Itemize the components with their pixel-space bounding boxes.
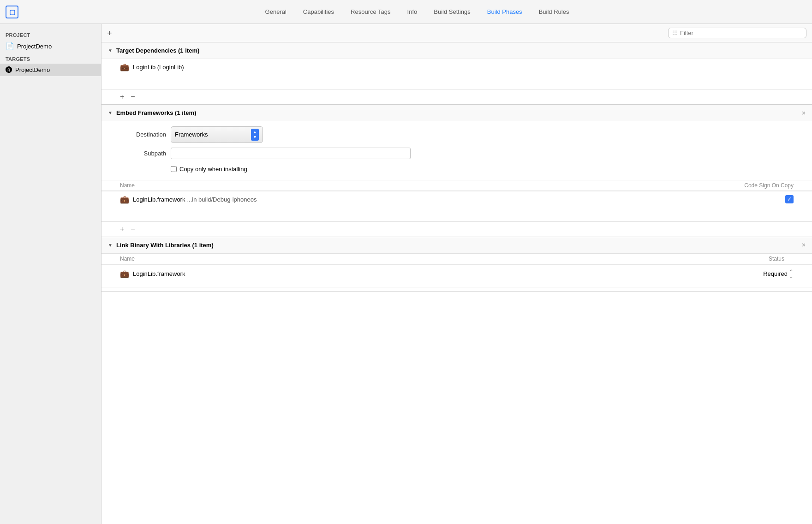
link-collapse-triangle-icon: ▼ bbox=[108, 243, 113, 248]
embed-add-button[interactable]: + bbox=[120, 226, 124, 233]
project-file-icon: 📄 bbox=[6, 42, 14, 50]
target-dependencies-section: ▼ Target Dependencies (1 item) 💼 LoginLi… bbox=[102, 42, 812, 105]
framework-path: ...in build/Debug-iphoneos bbox=[187, 196, 257, 203]
copy-only-checkbox[interactable] bbox=[171, 166, 177, 172]
nav-tabs: General Capabilities Resource Tags Info … bbox=[28, 6, 806, 18]
filter-input-wrap: ☷ bbox=[668, 28, 806, 38]
embed-frameworks-content: Destination Frameworks ▲▼ Subpath Copy o… bbox=[102, 121, 812, 237]
embed-remove-button[interactable]: − bbox=[131, 226, 135, 233]
content-top-bar: + ☷ bbox=[102, 24, 812, 42]
destination-value: Frameworks bbox=[175, 131, 248, 138]
sidebar-item-target[interactable]: 🅐 ProjectDemo bbox=[0, 64, 101, 76]
tab-build-phases[interactable]: Build Phases bbox=[479, 6, 531, 18]
link-binary-content: Name Status 💼 LoginLib.framework Require… bbox=[102, 253, 812, 287]
copy-only-row: Copy only when installing bbox=[120, 164, 794, 174]
copy-only-label: Copy only when installing bbox=[179, 166, 247, 173]
destination-label: Destination bbox=[120, 131, 166, 138]
link-binary-title: Link Binary With Libraries (1 item) bbox=[116, 242, 214, 249]
framework-code-sign-checkbox-area: ✓ bbox=[785, 195, 794, 203]
embed-col-code-sign-header: Code Sign On Copy bbox=[720, 182, 794, 189]
subpath-input[interactable] bbox=[171, 148, 411, 159]
embed-add-remove-row: + − bbox=[102, 221, 812, 237]
embed-framework-row: 💼 LoginLib.framework ...in build/Debug-i… bbox=[102, 191, 812, 208]
framework-name: LoginLib.framework bbox=[133, 196, 185, 203]
top-nav-bar: ▢ General Capabilities Resource Tags Inf… bbox=[0, 0, 812, 24]
framework-briefcase-icon: 💼 bbox=[120, 195, 129, 204]
dep-add-button[interactable]: + bbox=[120, 93, 124, 101]
link-binary-section: ▼ Link Binary With Libraries (1 item) × … bbox=[102, 237, 812, 292]
target-dependencies-content: 💼 LoginLib (LoginLib) + − bbox=[102, 59, 812, 104]
tab-resource-tags[interactable]: Resource Tags bbox=[342, 6, 399, 18]
project-item-label: ProjectDemo bbox=[17, 43, 52, 50]
embed-frameworks-title: Embed Frameworks (1 item) bbox=[116, 109, 196, 116]
lib-name: LoginLib.framework bbox=[133, 270, 763, 277]
tab-build-settings[interactable]: Build Settings bbox=[425, 6, 479, 18]
add-phase-button[interactable]: + bbox=[107, 29, 112, 37]
dep-item-loginlib: 💼 LoginLib (LoginLib) bbox=[102, 59, 812, 75]
sidebar-item-project[interactable]: 📄 ProjectDemo bbox=[0, 40, 101, 53]
tab-info[interactable]: Info bbox=[399, 6, 426, 18]
sidebar: PROJECT 📄 ProjectDemo TARGETS 🅐 ProjectD… bbox=[0, 24, 102, 524]
destination-select[interactable]: Frameworks ▲▼ bbox=[171, 126, 263, 143]
briefcase-icon: 💼 bbox=[120, 63, 129, 71]
link-binary-close-button[interactable]: × bbox=[802, 242, 806, 248]
tab-build-rules[interactable]: Build Rules bbox=[531, 6, 578, 18]
xcode-icon: ▢ bbox=[6, 6, 18, 18]
lib-briefcase-icon: 💼 bbox=[120, 269, 129, 278]
lib-status-select[interactable]: Required ⌃⌄ bbox=[763, 268, 794, 280]
target-item-label: ProjectDemo bbox=[15, 66, 50, 73]
targets-section-label: TARGETS bbox=[0, 53, 101, 64]
destination-row: Destination Frameworks ▲▼ bbox=[120, 126, 794, 143]
link-binary-header[interactable]: ▼ Link Binary With Libraries (1 item) × bbox=[102, 237, 812, 253]
lib-status-value: Required bbox=[763, 270, 788, 277]
embed-frameworks-close-button[interactable]: × bbox=[802, 110, 806, 116]
dep-remove-button[interactable]: − bbox=[131, 93, 135, 101]
lib-row-loginlib: 💼 LoginLib.framework Required ⌃⌄ bbox=[102, 264, 812, 283]
link-col-name-header: Name bbox=[120, 256, 710, 262]
dep-add-remove-row: + − bbox=[102, 89, 812, 104]
target-icon: 🅐 bbox=[6, 66, 12, 74]
embed-form: Destination Frameworks ▲▼ Subpath Copy o… bbox=[102, 121, 812, 180]
subpath-label: Subpath bbox=[120, 150, 166, 157]
embed-table-header: Name Code Sign On Copy bbox=[102, 180, 812, 191]
content-area: + ☷ ▼ Target Dependencies (1 item) 💼 Log… bbox=[102, 24, 812, 524]
target-dependencies-header[interactable]: ▼ Target Dependencies (1 item) bbox=[102, 42, 812, 59]
main-layout: PROJECT 📄 ProjectDemo TARGETS 🅐 ProjectD… bbox=[0, 24, 812, 524]
tab-capabilities[interactable]: Capabilities bbox=[295, 6, 342, 18]
embed-collapse-triangle-icon: ▼ bbox=[108, 110, 113, 115]
link-col-status-header: Status bbox=[710, 256, 784, 262]
project-section-label: PROJECT bbox=[0, 29, 101, 40]
code-sign-checked-icon[interactable]: ✓ bbox=[785, 195, 794, 203]
target-dependencies-title: Target Dependencies (1 item) bbox=[116, 47, 199, 54]
link-table-header: Name Status bbox=[102, 253, 812, 264]
embed-frameworks-header[interactable]: ▼ Embed Frameworks (1 item) × bbox=[102, 105, 812, 121]
tab-general[interactable]: General bbox=[257, 6, 295, 18]
filter-input[interactable] bbox=[680, 30, 802, 36]
embed-col-name-header: Name bbox=[120, 182, 720, 189]
select-arrows-icon: ▲▼ bbox=[251, 129, 259, 141]
embed-frameworks-section: ▼ Embed Frameworks (1 item) × Destinatio… bbox=[102, 105, 812, 237]
subpath-row: Subpath bbox=[120, 148, 794, 159]
filter-icon: ☷ bbox=[672, 30, 678, 36]
status-stepper-icon: ⌃⌄ bbox=[789, 269, 793, 279]
dep-item-name: LoginLib (LoginLib) bbox=[133, 64, 184, 71]
collapse-triangle-icon: ▼ bbox=[108, 48, 113, 53]
